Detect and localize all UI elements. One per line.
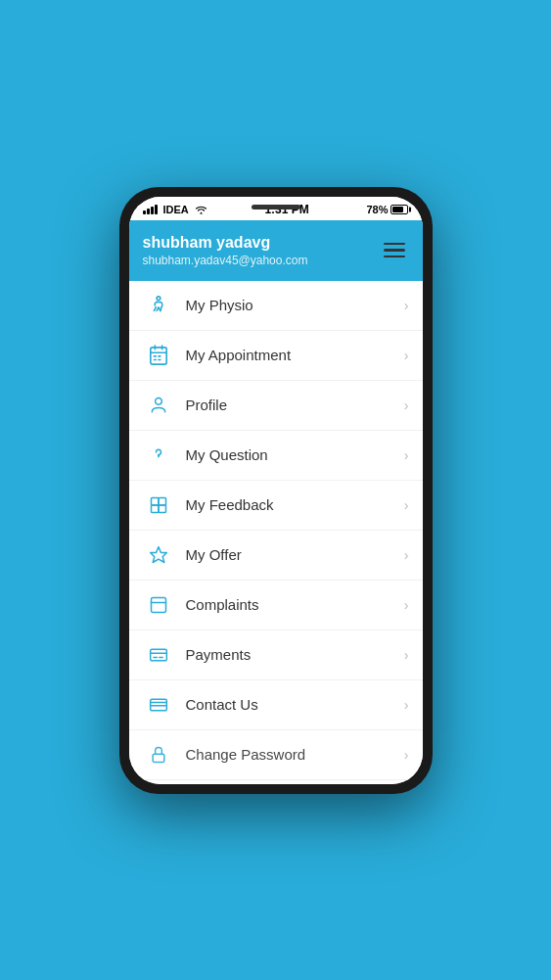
contact-us-chevron: › — [404, 697, 409, 713]
hamburger-line-3 — [384, 256, 405, 258]
battery-percent: 78% — [366, 204, 388, 215]
my-offer-label: My Offer — [186, 546, 404, 563]
profile-chevron: › — [404, 397, 409, 413]
wifi-icon — [195, 205, 207, 214]
carrier-label: IDEA — [163, 204, 189, 215]
menu-item-my-physio[interactable]: My Physio › — [129, 281, 423, 331]
svg-marker-15 — [150, 546, 166, 562]
payments-label: Payments — [186, 646, 404, 663]
feedback-icon — [143, 494, 174, 516]
menu-item-my-question[interactable]: My Question › — [129, 431, 423, 481]
status-left: IDEA — [143, 204, 207, 215]
password-icon — [143, 744, 174, 766]
menu-item-my-feedback[interactable]: My Feedback › — [129, 481, 423, 531]
profile-label: Profile — [186, 397, 404, 413]
hamburger-line-2 — [384, 249, 405, 252]
menu-item-contact-us[interactable]: Contact Us › — [129, 680, 423, 730]
payments-chevron: › — [404, 647, 409, 663]
offer-icon — [143, 544, 174, 566]
user-email: shubham.yadav45@yahoo.com — [143, 254, 308, 267]
battery-icon — [390, 205, 408, 214]
phone-frame: IDEA 1:31 PM 78% shubham y — [119, 187, 433, 794]
complaints-label: Complaints — [186, 596, 404, 613]
svg-rect-14 — [159, 505, 166, 513]
my-feedback-label: My Feedback — [186, 496, 404, 513]
menu-item-my-appointment[interactable]: My Appointment › — [129, 331, 423, 381]
app-header: shubham yadavg shubham.yadav45@yahoo.com — [129, 220, 423, 281]
my-offer-chevron: › — [404, 547, 409, 563]
contact-us-label: Contact Us — [186, 696, 404, 713]
user-info: shubham yadavg shubham.yadav45@yahoo.com — [143, 234, 308, 267]
svg-point-9 — [155, 397, 161, 404]
change-password-chevron: › — [404, 747, 409, 763]
hamburger-line-1 — [384, 243, 405, 246]
signal-icon — [143, 205, 158, 214]
menu-item-payments[interactable]: Payments › — [129, 630, 423, 680]
my-appointment-label: My Appointment — [186, 347, 404, 363]
status-right: 78% — [366, 204, 408, 215]
physio-icon — [143, 295, 174, 316]
svg-rect-13 — [151, 505, 159, 513]
user-name: shubham yadavg — [143, 234, 308, 252]
menu-item-profile[interactable]: Profile › — [129, 381, 423, 431]
svg-rect-25 — [153, 754, 164, 762]
contact-icon — [143, 694, 174, 716]
menu-list: My Physio › My App — [129, 281, 423, 784]
hamburger-button[interactable] — [380, 239, 409, 262]
menu-item-my-offer[interactable]: My Offer › — [129, 531, 423, 581]
complaints-chevron: › — [404, 597, 409, 613]
my-feedback-chevron: › — [404, 497, 409, 513]
svg-rect-12 — [159, 497, 166, 505]
change-password-label: Change Password — [186, 746, 404, 763]
svg-rect-11 — [151, 497, 159, 505]
profile-icon — [143, 395, 174, 416]
svg-rect-16 — [151, 597, 165, 612]
svg-point-0 — [157, 296, 161, 300]
svg-rect-18 — [150, 649, 166, 661]
my-question-label: My Question — [186, 446, 404, 463]
complaints-icon — [143, 594, 174, 616]
my-appointment-chevron: › — [404, 348, 409, 363]
phone-screen: IDEA 1:31 PM 78% shubham y — [129, 197, 423, 784]
speaker — [252, 205, 300, 210]
menu-item-change-password[interactable]: Change Password › — [129, 730, 423, 780]
question-icon — [143, 444, 174, 466]
my-physio-chevron: › — [404, 298, 409, 313]
my-question-chevron: › — [404, 447, 409, 463]
my-physio-label: My Physio — [186, 297, 404, 313]
menu-item-complaints[interactable]: Complaints › — [129, 581, 423, 630]
appointment-icon — [143, 345, 174, 366]
svg-rect-22 — [150, 699, 166, 711]
payments-icon — [143, 644, 174, 666]
